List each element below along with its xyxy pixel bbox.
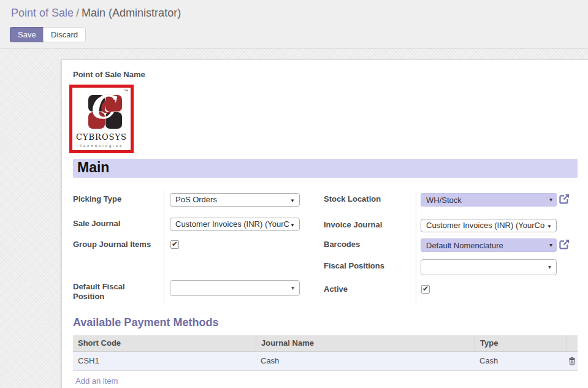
- stock-location-external-link-icon[interactable]: [559, 194, 570, 204]
- invoice-journal-select[interactable]: Customer Invoices (INR) (YourCo ▼: [421, 219, 557, 232]
- column-header-journal-name[interactable]: Journal Name: [256, 335, 475, 351]
- table-row[interactable]: CSH1 Cash Cash: [73, 352, 578, 371]
- right-group-divider: [416, 190, 416, 304]
- logo-image: ™ C C CYBROSYS Technologies: [72, 88, 131, 150]
- stock-location-label: Stock Location: [324, 194, 413, 204]
- active-label: Active: [324, 284, 413, 294]
- payment-methods-table: Short Code Journal Name Type CSH1 Cash C…: [73, 335, 578, 371]
- logo-subtitle-text: Technologies: [72, 144, 131, 148]
- dropdown-arrow-icon: ▼: [290, 223, 295, 228]
- breadcrumb: Point of Sale/Main (Administrator): [11, 7, 181, 20]
- default-fiscal-position-label: Default Fiscal Position: [73, 282, 140, 302]
- company-logo[interactable]: ™ C C CYBROSYS Technologies: [69, 85, 134, 153]
- column-header-short-code[interactable]: Short Code: [73, 335, 256, 351]
- cell-actions: [567, 352, 578, 370]
- picking-type-label: Picking Type: [73, 194, 159, 204]
- cell-type[interactable]: Cash: [475, 352, 567, 370]
- fiscal-positions-input[interactable]: ▾: [421, 259, 557, 275]
- fiscal-positions-label: Fiscal Positions: [324, 261, 413, 271]
- logo-brand-text: CYBROSYS: [72, 132, 131, 142]
- dropdown-arrow-icon: ▼: [290, 198, 295, 204]
- record-title-field[interactable]: Main: [73, 159, 578, 178]
- barcodes-label: Barcodes: [324, 240, 413, 249]
- column-header-type[interactable]: Type: [475, 335, 567, 351]
- form-sheet: Point of Sale Name ™ C C CYBROSYS Techno…: [61, 59, 588, 388]
- group-journal-items-label: Group Journal Items: [73, 240, 165, 249]
- add-an-item-link[interactable]: Add an item: [75, 376, 118, 386]
- pos-config-page: Point of Sale/Main (Administrator) Save …: [0, 0, 588, 388]
- barcodes-external-link-icon[interactable]: [559, 239, 570, 249]
- delete-row-icon[interactable]: [568, 357, 576, 365]
- picking-type-select[interactable]: PoS Orders ▼: [170, 193, 300, 207]
- logo-monogram-inner: C: [77, 89, 131, 124]
- cell-short-code[interactable]: CSH1: [73, 352, 256, 370]
- sale-journal-select[interactable]: Customer Invoices (INR) (YourC ▼: [170, 218, 300, 231]
- active-checkbox[interactable]: ✔: [421, 285, 430, 294]
- combo-caret-icon[interactable]: ▾: [549, 196, 552, 203]
- payment-methods-heading: Available Payment Methods: [73, 316, 218, 329]
- breadcrumb-point-of-sale[interactable]: Point of Sale: [11, 7, 74, 19]
- barcodes-field[interactable]: Default Nomenclature ▾: [421, 238, 557, 252]
- combo-caret-icon[interactable]: ▾: [291, 284, 294, 291]
- default-fiscal-position-input[interactable]: ▾: [170, 280, 300, 296]
- combo-caret-icon[interactable]: ▾: [549, 242, 552, 248]
- group-journal-items-checkbox[interactable]: ✔: [170, 240, 179, 249]
- column-header-actions: [567, 335, 578, 351]
- combo-caret-icon[interactable]: ▾: [548, 264, 551, 270]
- pos-name-label: Point of Sale Name: [73, 70, 145, 79]
- dropdown-arrow-icon: ▼: [547, 224, 552, 229]
- breadcrumb-current: Main (Administrator): [82, 7, 181, 19]
- stock-location-field[interactable]: WH/Stock ▾: [421, 193, 557, 207]
- cell-journal-name[interactable]: Cash: [256, 352, 475, 370]
- discard-button[interactable]: Discard: [43, 27, 86, 42]
- checkmark-icon: ✔: [172, 240, 178, 248]
- save-button[interactable]: Save: [10, 27, 44, 42]
- breadcrumb-separator: /: [74, 7, 82, 19]
- control-panel: Point of Sale/Main (Administrator) Save …: [0, 0, 588, 48]
- checkmark-icon: ✔: [422, 284, 429, 293]
- sale-journal-label: Sale Journal: [73, 219, 159, 229]
- record-title: Main: [73, 159, 578, 176]
- invoice-journal-label: Invoice Journal: [324, 220, 413, 230]
- table-header-row: Short Code Journal Name Type: [73, 335, 578, 352]
